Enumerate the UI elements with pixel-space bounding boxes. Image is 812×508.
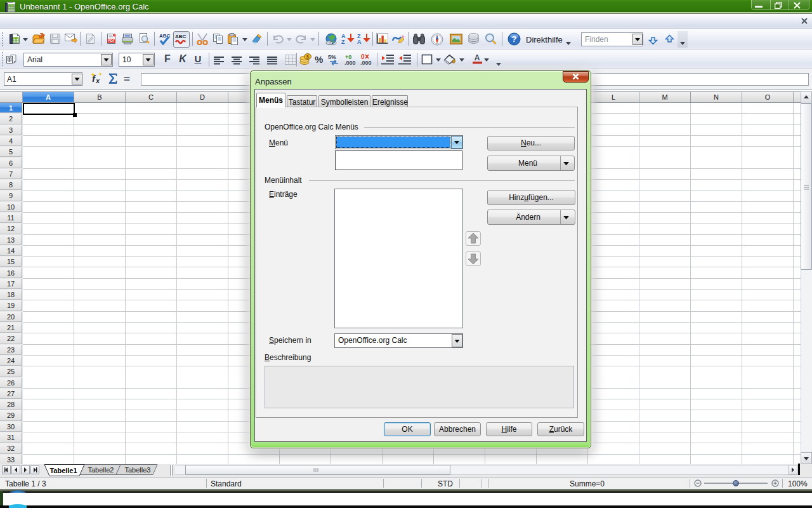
svg-text:$: $: [306, 55, 309, 60]
svg-text:.000: .000: [360, 60, 372, 65]
svg-text:PDF: PDF: [108, 39, 115, 43]
svg-text:Tabelle3: Tabelle3: [125, 466, 151, 474]
svg-text:Tabelle1: Tabelle1: [49, 467, 77, 474]
svg-text:x: x: [95, 77, 100, 84]
svg-text:Z: Z: [341, 39, 345, 45]
svg-text:A: A: [357, 39, 362, 45]
svg-text:ABC: ABC: [175, 34, 187, 39]
svg-text:A: A: [475, 53, 480, 62]
svg-text:?: ?: [512, 34, 517, 44]
svg-text:5%: 5%: [328, 54, 336, 60]
svg-text:Tabelle2: Tabelle2: [88, 466, 114, 474]
svg-text:.000: .000: [344, 60, 356, 65]
